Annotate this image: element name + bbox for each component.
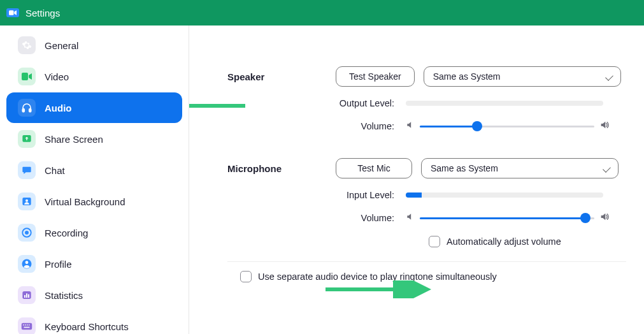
speaker-volume-label: Volume: — [227, 121, 406, 131]
sidebar-item-label: Audio — [45, 103, 72, 113]
sidebar-item-label: Profile — [45, 259, 72, 270]
speaker-device-select[interactable]: Same as System — [424, 66, 621, 87]
sidebar-item-label: Statistics — [45, 290, 83, 301]
recording-icon — [18, 224, 36, 242]
sidebar-item-chat[interactable]: Chat — [6, 155, 182, 185]
sidebar-item-share-screen[interactable]: Share Screen — [6, 124, 182, 154]
sidebar-item-video[interactable]: Video — [6, 61, 182, 92]
svg-rect-1 — [22, 73, 28, 80]
speaker-volume-slider[interactable] — [420, 120, 594, 133]
svg-point-10 — [25, 261, 29, 264]
sidebar-item-label: Recording — [45, 228, 88, 238]
window-title: Settings — [25, 8, 60, 18]
input-level-label: Input Level: — [227, 190, 406, 200]
svg-rect-14 — [28, 294, 29, 298]
speaker-section-label: Speaker — [227, 71, 336, 82]
sidebar-item-general[interactable]: General — [6, 30, 182, 61]
chat-icon — [18, 161, 36, 179]
sidebar: General Video Audio Share Screen Chat — [0, 25, 189, 334]
mic-volume-label: Volume: — [227, 213, 406, 223]
svg-rect-3 — [29, 109, 31, 112]
sidebar-item-label: Chat — [45, 165, 65, 176]
svg-rect-18 — [27, 324, 28, 326]
test-speaker-button[interactable]: Test Speaker — [336, 66, 415, 87]
svg-point-8 — [25, 231, 29, 235]
svg-rect-16 — [23, 324, 24, 326]
gear-icon — [18, 36, 36, 54]
volume-high-icon — [599, 120, 610, 133]
auto-adjust-volume-checkbox[interactable] — [429, 236, 440, 247]
statistics-icon — [18, 286, 36, 304]
svg-point-6 — [25, 200, 28, 202]
sidebar-item-label: General — [45, 40, 78, 51]
svg-rect-0 — [9, 10, 14, 15]
speaker-device-value: Same as System — [433, 71, 501, 82]
sidebar-item-recording[interactable]: Recording — [6, 217, 182, 248]
output-level-label: Output Level: — [227, 98, 406, 108]
main-panel: Speaker Test Speaker Same as System Outp… — [189, 25, 644, 334]
headphones-icon — [18, 99, 36, 117]
divider — [227, 261, 626, 262]
share-screen-icon — [18, 130, 36, 148]
input-level-meter — [406, 192, 603, 198]
volume-high-icon — [599, 212, 610, 224]
sidebar-item-label: Video — [45, 71, 69, 82]
svg-rect-2 — [22, 109, 24, 112]
svg-rect-20 — [24, 327, 30, 328]
sidebar-item-label: Share Screen — [45, 134, 103, 145]
sidebar-item-label: Virtual Background — [45, 196, 125, 207]
mic-device-select[interactable]: Same as System — [421, 158, 619, 178]
volume-low-icon — [406, 120, 415, 132]
mic-device-value: Same as System — [431, 163, 498, 173]
keyboard-icon — [18, 317, 36, 334]
titlebar: Settings — [0, 0, 644, 25]
virtual-background-icon — [18, 192, 36, 210]
svg-rect-19 — [29, 324, 30, 326]
svg-rect-17 — [25, 324, 26, 326]
app-icon — [6, 8, 19, 17]
svg-rect-15 — [22, 323, 32, 330]
separate-audio-device-checkbox[interactable] — [240, 271, 252, 282]
test-mic-button[interactable]: Test Mic — [336, 158, 412, 178]
volume-low-icon — [406, 212, 415, 224]
sidebar-item-audio[interactable]: Audio — [6, 92, 182, 123]
sidebar-item-virtual-background[interactable]: Virtual Background — [6, 186, 182, 217]
microphone-section-label: Microphone — [227, 163, 336, 174]
video-icon — [18, 68, 36, 85]
svg-rect-12 — [24, 295, 25, 298]
annotation-arrow — [323, 280, 431, 298]
svg-rect-13 — [26, 293, 27, 298]
sidebar-item-keyboard-shortcuts[interactable]: Keyboard Shortcuts — [6, 311, 182, 334]
mic-volume-slider[interactable] — [420, 212, 594, 224]
sidebar-item-statistics[interactable]: Statistics — [6, 280, 182, 310]
output-level-meter — [406, 101, 603, 106]
sidebar-item-label: Keyboard Shortcuts — [45, 321, 129, 332]
profile-icon — [18, 255, 36, 273]
sidebar-item-profile[interactable]: Profile — [6, 249, 182, 279]
separate-audio-device-label: Use separate audio device to play ringto… — [258, 272, 497, 282]
auto-adjust-volume-label: Automatically adjust volume — [447, 236, 561, 247]
